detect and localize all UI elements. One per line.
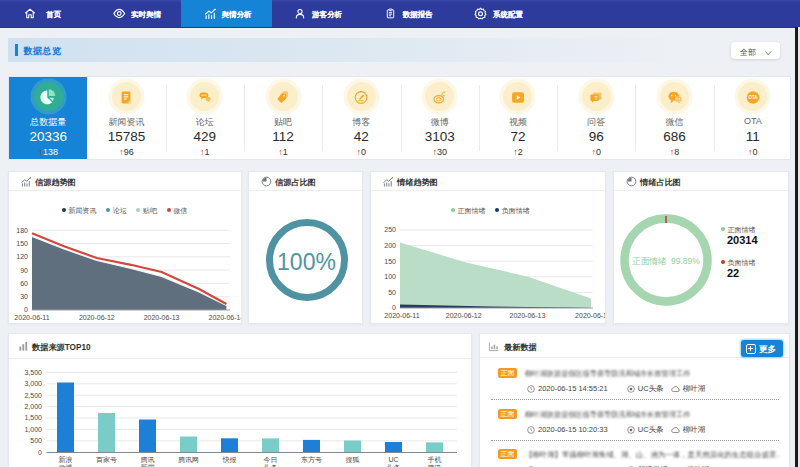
svg-text:2020-06-14: 2020-06-14 xyxy=(575,312,606,319)
svg-text:2020-06-12: 2020-06-12 xyxy=(446,312,482,319)
svg-text:150: 150 xyxy=(16,240,28,247)
svg-text:180: 180 xyxy=(16,227,28,234)
svg-text:百家号: 百家号 xyxy=(96,456,117,464)
svg-text:1,000: 1,000 xyxy=(24,426,42,433)
svg-text:120: 120 xyxy=(16,253,28,260)
svg-text:100: 100 xyxy=(384,273,396,280)
svg-text:UC: UC xyxy=(388,456,398,463)
svg-text:250: 250 xyxy=(384,226,396,233)
svg-text:90: 90 xyxy=(20,267,28,274)
svg-text:2020-06-13: 2020-06-13 xyxy=(509,312,545,319)
svg-text:2,500: 2,500 xyxy=(24,392,42,399)
svg-text:2020-06-14: 2020-06-14 xyxy=(208,314,242,321)
svg-text:2020-06-13: 2020-06-13 xyxy=(144,314,180,321)
svg-text:2020-06-12: 2020-06-12 xyxy=(79,314,115,321)
svg-text:2020-06-11: 2020-06-11 xyxy=(14,314,49,321)
svg-text:2020-06-11: 2020-06-11 xyxy=(384,312,419,319)
svg-text:今日: 今日 xyxy=(264,456,278,464)
svg-text:60: 60 xyxy=(20,280,28,287)
svg-text:50: 50 xyxy=(388,289,396,296)
svg-text:?: ? xyxy=(595,94,598,100)
svg-text:腾讯网: 腾讯网 xyxy=(178,456,199,463)
svg-text:500: 500 xyxy=(30,437,42,444)
svg-text:正面情绪 99.89%: 正面情绪 99.89% xyxy=(632,256,700,266)
svg-text:OTA: OTA xyxy=(748,95,758,100)
svg-text:1,500: 1,500 xyxy=(24,414,42,421)
svg-text:3,000: 3,000 xyxy=(24,380,42,387)
svg-text:0: 0 xyxy=(392,304,396,311)
svg-text:快报: 快报 xyxy=(222,456,237,463)
svg-text:新闻: 新闻 xyxy=(141,463,155,467)
svg-text:150: 150 xyxy=(384,258,396,265)
svg-text:0: 0 xyxy=(24,306,28,313)
svg-text:手机: 手机 xyxy=(428,456,442,464)
svg-text:0: 0 xyxy=(38,449,42,456)
svg-text:搜狐: 搜狐 xyxy=(346,456,360,464)
svg-text:3,500: 3,500 xyxy=(24,369,42,376)
svg-text:200: 200 xyxy=(384,242,396,249)
svg-text:2,000: 2,000 xyxy=(24,403,42,410)
svg-text:腾讯: 腾讯 xyxy=(141,456,155,463)
svg-text:新浪: 新浪 xyxy=(59,455,73,464)
svg-text:东方号: 东方号 xyxy=(301,455,322,464)
svg-text:30: 30 xyxy=(20,293,28,300)
